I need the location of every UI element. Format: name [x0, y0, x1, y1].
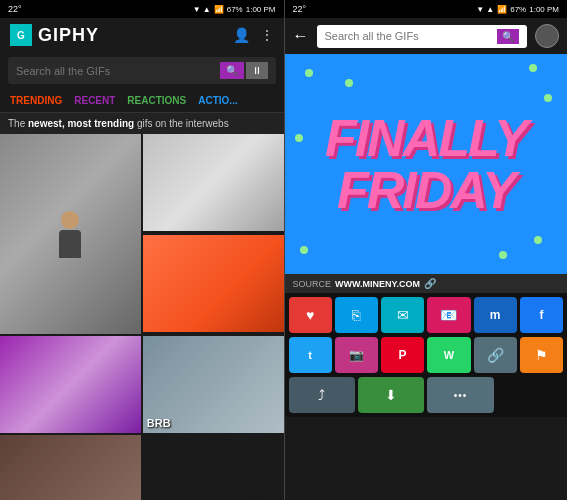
left-panel: 22° ▼ ▲ 📶 67% 1:00 PM G GIPHY 👤 ⋮ 🔍 ⏸ TR… [0, 0, 284, 500]
status-icons-right: ▼ ▲ 📶 67% 1:00 PM [476, 5, 559, 14]
giphy-header: G GIPHY 👤 ⋮ [0, 18, 284, 52]
signal-icon: ▼ ▲ [193, 5, 211, 14]
external-link-icon[interactable]: 🔗 [424, 278, 436, 289]
tab-reactions[interactable]: REACTIONS [123, 89, 190, 112]
link-copy-button[interactable]: 🔗 [474, 337, 517, 373]
gif-cell-hotchoc[interactable] [0, 435, 141, 500]
battery-right: 67% [510, 5, 526, 14]
trending-description: The newest, most trending gifs on the in… [0, 113, 284, 134]
status-icons-left: ▼ ▲ 📶 67% 1:00 PM [193, 5, 276, 14]
gif-grid: BRB [0, 134, 284, 500]
dot-2 [345, 79, 353, 87]
favorite-button[interactable]: ♥ [289, 297, 332, 333]
giphy-logo: G GIPHY [10, 24, 99, 46]
action-grid-row2: t 📷 P W 🔗 ⚑ [285, 337, 568, 377]
dot-1 [305, 69, 313, 77]
right-header: ← 🔍 [285, 18, 568, 54]
gif-cell-mug[interactable]: BRB [143, 336, 284, 433]
tab-actions[interactable]: ACTIO... [194, 89, 241, 112]
giphy-logo-icon: G [10, 24, 32, 46]
share-button[interactable]: ⤴ [289, 377, 355, 413]
source-label: SOURCE [293, 279, 332, 289]
search-button-left[interactable]: 🔍 [220, 62, 244, 79]
search-bar-left: 🔍 ⏸ [8, 57, 276, 84]
dot-8 [295, 134, 303, 142]
search-stop-button[interactable]: ⏸ [246, 62, 268, 79]
download-button[interactable]: ⬇ [358, 377, 424, 413]
tab-trending[interactable]: TRENDING [6, 89, 66, 112]
action-grid-row3: ⤴ ⬇ ••• [285, 377, 568, 417]
friday-gif-text: Finally Friday [315, 102, 537, 226]
nav-tabs: TRENDING RECENT REACTIONS ACTIO... [0, 89, 284, 113]
gif-cell-person[interactable] [0, 134, 141, 334]
gif-cell-face[interactable] [143, 134, 284, 231]
action-grid-row1: ♥ ⎘ ✉ 📧 m f [285, 293, 568, 337]
pinterest-button[interactable]: P [381, 337, 424, 373]
search-input-left[interactable] [16, 65, 220, 77]
gif-main-display[interactable]: Finally Friday [285, 54, 568, 274]
wifi-icon-right: 📶 [497, 5, 507, 14]
status-temp-right: 22° [293, 4, 307, 14]
source-url: WWW.MINENY.COM [335, 279, 420, 289]
twitter-button[interactable]: t [289, 337, 332, 373]
source-bar: SOURCE WWW.MINENY.COM 🔗 [285, 274, 568, 293]
back-button[interactable]: ← [293, 27, 309, 45]
flag-button[interactable]: ⚑ [520, 337, 563, 373]
dot-5 [300, 246, 308, 254]
gif-cell-fox[interactable] [143, 235, 284, 332]
right-panel: 22° ▼ ▲ 📶 67% 1:00 PM ← 🔍 Finally Friday [285, 0, 568, 500]
facebook-button[interactable]: f [520, 297, 563, 333]
search-bar-right-container: 🔍 [317, 25, 528, 48]
signal-icon-right: ▼ ▲ [476, 5, 494, 14]
time-left: 1:00 PM [246, 5, 276, 14]
menu-icon[interactable]: ⋮ [260, 27, 274, 43]
tab-recent[interactable]: RECENT [70, 89, 119, 112]
status-bar-left: 22° ▼ ▲ 📶 67% 1:00 PM [0, 0, 284, 18]
message-button[interactable]: ✉ [381, 297, 424, 333]
giphy-logo-text: GIPHY [38, 25, 99, 46]
avatar-right [535, 24, 559, 48]
search-button-right[interactable]: 🔍 [497, 29, 519, 44]
status-temp-left: 22° [8, 4, 22, 14]
header-icons-right: 👤 ⋮ [233, 27, 274, 43]
time-right: 1:00 PM [529, 5, 559, 14]
wifi-icon: 📶 [214, 5, 224, 14]
dot-3 [529, 64, 537, 72]
more-options-button[interactable]: ••• [427, 377, 493, 413]
search-input-right[interactable] [325, 30, 498, 42]
gif-cell-flowers[interactable] [0, 336, 141, 433]
messenger-button[interactable]: m [474, 297, 517, 333]
status-bar-right: 22° ▼ ▲ 📶 67% 1:00 PM [285, 0, 568, 18]
profile-icon[interactable]: 👤 [233, 27, 250, 43]
dot-6 [534, 236, 542, 244]
battery-left: 67% [227, 5, 243, 14]
copy-button[interactable]: ⎘ [335, 297, 378, 333]
instagram-button[interactable]: 📷 [335, 337, 378, 373]
dot-7 [499, 251, 507, 259]
email-button[interactable]: 📧 [427, 297, 470, 333]
whatsapp-button[interactable]: W [427, 337, 470, 373]
dot-4 [544, 94, 552, 102]
